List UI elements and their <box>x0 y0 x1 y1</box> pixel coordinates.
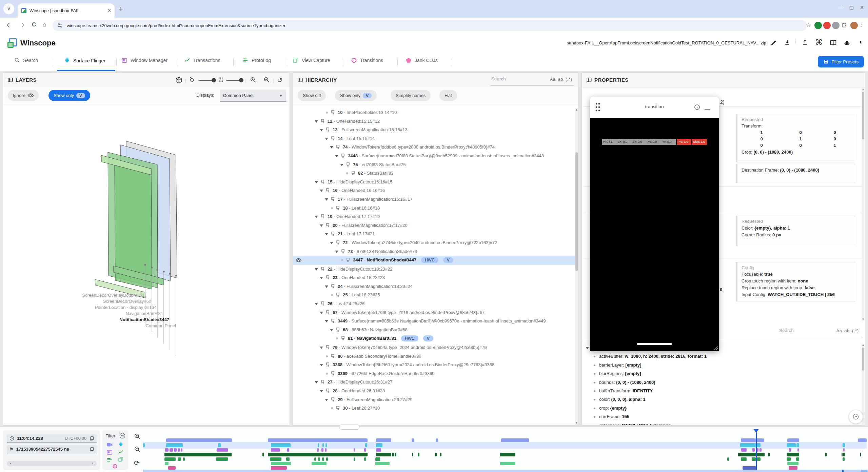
tab-transactions[interactable]: Transactions <box>184 57 220 63</box>
screen-recording-timeline-segment[interactable] <box>501 438 529 442</box>
expand-arrow-icon[interactable] <box>320 190 323 192</box>
collapse-filter-icon[interactable] <box>119 433 125 439</box>
pin-icon[interactable] <box>341 154 345 158</box>
expand-arrow-icon[interactable] <box>330 242 333 244</box>
expand-arrow-icon[interactable] <box>320 224 323 227</box>
extension-green-icon[interactable] <box>814 22 822 29</box>
collapse-timeline-button[interactable] <box>849 410 863 424</box>
transitions-timeline-segment[interactable] <box>789 466 797 470</box>
pin-icon[interactable] <box>331 284 335 289</box>
protolog-timeline-segment[interactable] <box>741 457 747 461</box>
hierarchy-node-12[interactable]: 12 - OneHanded:15:15#12 <box>293 117 577 126</box>
property-item[interactable]: dataspace: BT709 sRGB Full range <box>585 421 864 425</box>
pin-icon[interactable] <box>331 232 335 236</box>
rotation-icon[interactable] <box>189 77 195 83</box>
expand-arrow-icon[interactable] <box>320 364 323 366</box>
spacing-icon[interactable] <box>218 77 224 83</box>
protolog-timeline-segment[interactable] <box>796 457 799 461</box>
minimap-cursor[interactable] <box>842 470 844 472</box>
home-icon[interactable]: ⌂ <box>43 21 46 28</box>
surface-flinger-icon[interactable] <box>118 442 123 447</box>
screen-recording-timeline-segment[interactable] <box>412 438 414 442</box>
transactions-timeline-segment[interactable] <box>262 453 264 456</box>
expand-arrow-icon[interactable] <box>320 277 323 279</box>
hierarchy-node-15[interactable]: 15 - HideDisplayCutout:16:16#15 <box>293 178 577 186</box>
new-tab-button[interactable]: + <box>119 5 123 14</box>
expand-arrow-icon[interactable] <box>315 268 318 271</box>
protolog-timeline-segment[interactable] <box>286 457 290 461</box>
protolog-timeline-segment[interactable] <box>364 457 366 461</box>
timeline-minimap[interactable] <box>143 470 868 472</box>
show-diff-chip[interactable]: Show diff <box>298 90 326 101</box>
report-bug-icon[interactable] <box>844 39 850 46</box>
transitions-icon[interactable] <box>112 464 118 469</box>
transactions-timeline-segment[interactable] <box>395 453 396 456</box>
filter-presets-button[interactable]: Filter Presets <box>818 56 864 67</box>
view-capture-timeline-segment[interactable] <box>312 462 327 465</box>
timeline-cursor-marker[interactable] <box>756 432 757 472</box>
hierarchy-node-19[interactable]: 19 - OneHanded:17:17#19 <box>293 212 577 221</box>
window-close-icon[interactable]: ✕ <box>860 5 864 10</box>
simplify-names-chip[interactable]: Simplify names <box>391 90 431 101</box>
window-manager-timeline-segment[interactable] <box>376 448 381 452</box>
pin-icon[interactable] <box>331 371 335 376</box>
scroll-left-icon[interactable]: ‹ <box>10 461 12 465</box>
pin-icon[interactable] <box>321 180 324 184</box>
hierarchy-node-3369[interactable]: 3369 - 67726bf EdgeBackGestureHandler0#3… <box>293 369 577 378</box>
keyboard-shortcuts-icon[interactable]: ⌘ <box>815 38 823 47</box>
pin-icon[interactable] <box>326 275 330 280</box>
surface-flinger-timeline-segment[interactable] <box>326 443 327 447</box>
transactions-timeline-segment[interactable] <box>860 453 861 456</box>
expand-arrow-icon[interactable] <box>320 347 323 349</box>
window-manager-timeline-segment[interactable] <box>760 448 762 452</box>
property-item[interactable]: bounds: (0, 0) - (1080, 2400) <box>585 378 864 387</box>
extension-gray-icon[interactable] <box>832 22 840 29</box>
hierarchy-node-16[interactable]: 16 - OneHanded:16:16#16 <box>293 186 577 195</box>
window-manager-timeline-segment[interactable] <box>170 448 173 452</box>
property-item[interactable]: currFrame: 155 <box>585 412 864 421</box>
transactions-icon[interactable] <box>118 450 123 455</box>
window-manager-timeline-segment[interactable] <box>354 448 355 452</box>
expand-arrow-icon[interactable] <box>325 233 328 235</box>
edit-pencil-icon[interactable] <box>770 39 777 46</box>
zoom-out-icon[interactable] <box>263 77 270 83</box>
window-manager-timeline-segment[interactable] <box>165 448 169 452</box>
show-only-chip[interactable]: Show onlyV <box>335 90 377 101</box>
hierarchy-node-26[interactable]: 26 - Leaf:24:25#26 <box>293 299 577 308</box>
pin-icon[interactable] <box>326 188 330 193</box>
expand-arrow-icon[interactable] <box>315 381 318 383</box>
protolog-timeline-segment[interactable] <box>757 457 761 461</box>
transactions-timeline-segment[interactable] <box>164 453 232 456</box>
expand-arrow-icon[interactable] <box>325 138 328 140</box>
protolog-timeline-segment[interactable] <box>787 457 791 461</box>
protolog-timeline-segment[interactable] <box>326 457 328 461</box>
expand-arrow-icon[interactable] <box>320 390 323 392</box>
hierarchy-node-68[interactable]: 68 - 885b63e NavigationBar0#68 <box>293 326 577 334</box>
window-manager-timeline-segment[interactable] <box>789 448 791 452</box>
copy-icon[interactable] <box>89 447 94 452</box>
hierarchy-node-24[interactable]: 24 - FullscreenMagnification:18:23#24 <box>293 282 577 291</box>
pin-icon[interactable] <box>336 406 340 410</box>
window-manager-timeline-segment[interactable] <box>843 448 845 452</box>
screen-recording-timeline-segment[interactable] <box>268 438 368 442</box>
pin-icon[interactable] <box>331 319 335 323</box>
surface-flinger-timeline-segment[interactable] <box>318 443 319 447</box>
window-manager-timeline-segment[interactable] <box>364 448 366 452</box>
protolog-timeline-segment[interactable] <box>843 457 845 461</box>
expand-arrow-icon[interactable] <box>315 120 318 123</box>
protolog-timeline-segment[interactable] <box>178 457 181 461</box>
window-manager-timeline-segment[interactable] <box>271 448 280 452</box>
hierarchy-node-14[interactable]: 14 - Leaf:15:15#14 <box>293 134 577 143</box>
pin-icon[interactable] <box>351 171 355 175</box>
window-manager-timeline-segment[interactable] <box>217 448 228 452</box>
property-item[interactable]: crop: {empty} <box>585 404 864 412</box>
surface-flinger-timeline-segment[interactable] <box>376 443 382 447</box>
transactions-timeline-segment[interactable] <box>740 453 765 456</box>
hierarchy-node-10[interactable]: 10 - ImePlaceholder:13:14#10 <box>293 108 577 117</box>
window-manager-timeline-segment[interactable] <box>178 448 180 452</box>
tab-transitions[interactable]: Transitions <box>351 57 383 63</box>
transactions-timeline-segment[interactable] <box>376 453 391 456</box>
pin-icon[interactable] <box>336 240 340 245</box>
protolog-timeline-segment[interactable] <box>322 457 324 461</box>
hierarchy-node-3449[interactable]: 3449 - Surface(name=885b63e NavigationBa… <box>293 317 577 326</box>
